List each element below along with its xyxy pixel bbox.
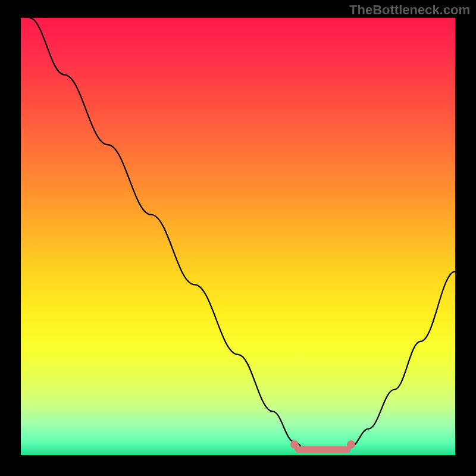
bottleneck-curve [30,18,455,451]
chart-container: TheBottleneck.com [0,0,476,476]
curve-svg [21,18,455,455]
plot-area [21,18,455,455]
watermark-text: TheBottleneck.com [349,2,470,18]
optimal-range-bar [295,446,351,453]
